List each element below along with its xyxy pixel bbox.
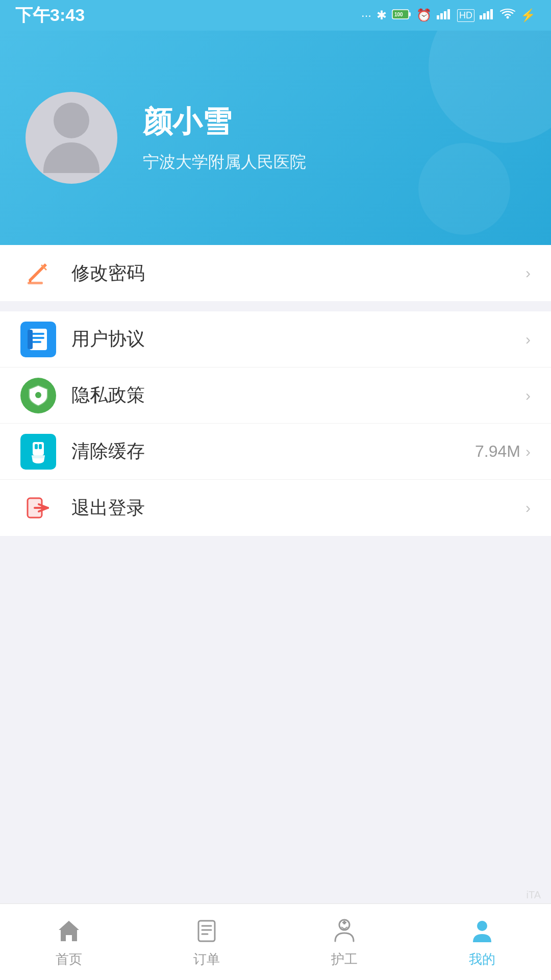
nurse-icon — [329, 916, 360, 946]
svg-point-11 — [507, 16, 509, 19]
svg-rect-1 — [409, 12, 411, 16]
svg-rect-10 — [490, 9, 493, 19]
pencil-icon — [24, 259, 52, 287]
nav-label-orders: 订单 — [193, 950, 220, 968]
bluetooth-icon: ✱ — [377, 8, 387, 22]
menu-section-1: 修改密码 › — [0, 245, 551, 301]
brush-icon-wrap — [20, 434, 56, 470]
profile-name: 颜小雪 — [143, 102, 306, 142]
menu-item-change-password[interactable]: 修改密码 › — [0, 245, 551, 301]
svg-rect-5 — [444, 11, 446, 19]
charge-icon: ⚡ — [520, 8, 536, 22]
svg-rect-8 — [483, 13, 486, 19]
shield-icon — [24, 382, 52, 409]
orders-icon — [191, 916, 222, 946]
signal-icon — [437, 8, 452, 22]
svg-rect-32 — [343, 921, 345, 924]
menu-item-logout[interactable]: 退出登录 › — [0, 480, 551, 536]
logout-label: 退出登录 — [71, 496, 525, 521]
menu-section-2: 用户协议 › 隐私政策 › — [0, 311, 551, 536]
svg-rect-14 — [32, 333, 44, 335]
nav-item-orders[interactable]: 订单 — [138, 916, 276, 968]
clear-cache-label: 清除缓存 — [71, 439, 475, 464]
menu-container: 修改密码 › 用户协议 › — [0, 245, 551, 536]
menu-item-clear-cache[interactable]: 清除缓存 7.94M › — [0, 424, 551, 480]
status-bar: 下午3:43 ··· ✱ 100 ⏰ HD — [0, 0, 551, 31]
status-icons: ··· ✱ 100 ⏰ HD — [361, 8, 536, 22]
svg-rect-22 — [39, 444, 42, 449]
svg-rect-16 — [32, 341, 41, 343]
hd-icon: HD — [457, 9, 474, 22]
clear-cache-chevron: › — [525, 443, 531, 460]
logout-chevron: › — [525, 499, 531, 517]
wifi-icon — [500, 8, 515, 22]
svg-rect-7 — [480, 15, 482, 19]
nav-item-nurse[interactable]: 护工 — [276, 916, 413, 968]
user-agreement-label: 用户协议 — [71, 327, 525, 352]
watermark: iTA — [526, 889, 541, 901]
svg-rect-20 — [33, 442, 44, 455]
svg-rect-3 — [437, 15, 439, 19]
profile-header: 颜小雪 宁波大学附属人民医院 — [0, 31, 551, 245]
privacy-policy-chevron: › — [525, 387, 531, 404]
svg-rect-15 — [32, 337, 44, 339]
shield-icon-wrap — [20, 378, 56, 413]
nav-item-home[interactable]: 首页 — [0, 916, 138, 968]
mine-icon — [467, 916, 497, 946]
bottom-nav: 首页 订单 护工 — [0, 903, 551, 980]
change-password-label: 修改密码 — [71, 261, 525, 286]
svg-text:100: 100 — [394, 12, 403, 17]
nav-label-home: 首页 — [56, 950, 82, 968]
doc-icon — [24, 326, 52, 353]
menu-item-privacy-policy[interactable]: 隐私政策 › — [0, 368, 551, 424]
battery-icon: 100 — [392, 8, 411, 22]
alarm-icon: ⏰ — [416, 8, 432, 22]
profile-info: 颜小雪 宁波大学附属人民医院 — [143, 102, 306, 174]
signal-dots-icon: ··· — [361, 8, 371, 22]
svg-point-33 — [477, 921, 487, 931]
nav-label-nurse: 护工 — [331, 950, 358, 968]
svg-rect-6 — [447, 9, 450, 19]
svg-rect-17 — [28, 330, 33, 349]
status-time: 下午3:43 — [15, 4, 85, 27]
avatar — [26, 92, 117, 184]
change-password-chevron: › — [525, 264, 531, 282]
svg-rect-19 — [37, 392, 39, 394]
svg-rect-9 — [487, 11, 489, 19]
svg-rect-12 — [28, 282, 43, 284]
nav-label-mine: 我的 — [469, 950, 495, 968]
brush-icon — [24, 438, 52, 465]
logout-icon-wrap — [20, 490, 56, 526]
user-agreement-chevron: › — [525, 331, 531, 348]
home-icon — [54, 916, 84, 946]
profile-hospital: 宁波大学附属人民医院 — [143, 151, 306, 174]
doc-icon-wrap — [20, 322, 56, 357]
svg-rect-26 — [198, 921, 215, 941]
signal2-icon — [480, 8, 495, 22]
pencil-icon-wrap — [20, 255, 56, 291]
clear-cache-value: 7.94M — [475, 442, 520, 461]
svg-rect-4 — [440, 13, 443, 19]
logout-icon — [24, 494, 52, 522]
svg-rect-21 — [35, 444, 38, 449]
menu-item-user-agreement[interactable]: 用户协议 › — [0, 311, 551, 368]
nav-item-mine[interactable]: 我的 — [413, 916, 551, 968]
privacy-policy-label: 隐私政策 — [71, 383, 525, 408]
